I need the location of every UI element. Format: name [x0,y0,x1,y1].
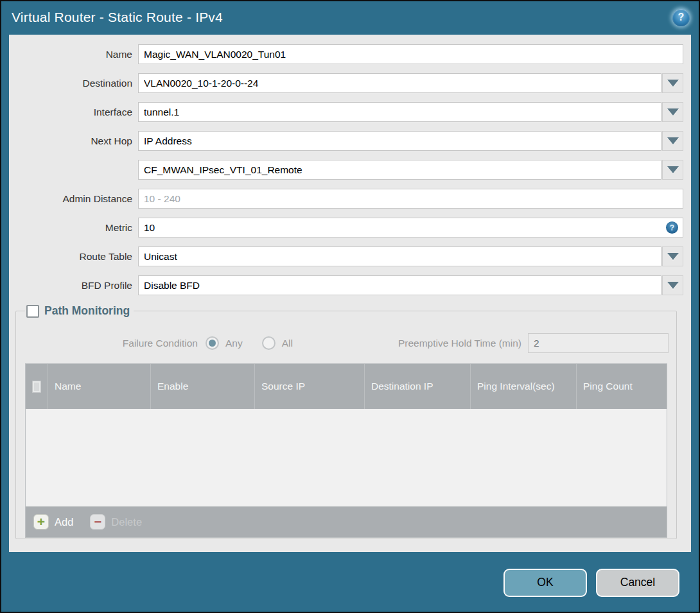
bfd-profile-label: BFD Profile [9,280,138,291]
destination-row: Destination [9,73,683,93]
dialog-footer: OK Cancel [1,553,699,612]
path-monitoring-title: Path Monitoring [44,304,130,318]
failure-condition-all-radio[interactable]: All [262,336,293,350]
titlebar: Virtual Router - Static Route - IPv4 ? [1,1,699,33]
ok-button[interactable]: OK [503,569,587,597]
preemptive-hold-time-input[interactable] [528,333,669,353]
chevron-down-icon [667,253,679,260]
select-all-checkbox[interactable] [32,381,41,393]
dialog-content: Name Destination Interface [9,35,691,552]
next-hop-label: Next Hop [9,135,138,147]
column-header-ping-interval[interactable]: Ping Interval(sec) [470,364,576,409]
bfd-profile-input[interactable] [138,275,661,295]
cancel-button[interactable]: Cancel [596,569,679,597]
chevron-down-icon [667,80,679,87]
route-table-dropdown-button[interactable] [662,246,683,266]
chevron-down-icon [667,166,679,173]
destination-dropdown-button[interactable] [662,73,683,93]
radio-icon [262,336,276,350]
delete-button[interactable]: − Delete [90,514,142,530]
next-hop-address-row [9,160,683,180]
metric-row: Metric ? [9,218,683,237]
minus-icon: − [90,514,105,530]
preemptive-hold-time-label: Preemptive Hold Time (min) [398,338,528,349]
table-body-empty [26,409,667,506]
destination-input[interactable] [138,73,661,93]
table-header: Name Enable Source IP Destination IP Pin… [26,364,667,409]
next-hop-type-input[interactable] [138,131,661,151]
add-button[interactable]: + Add [33,514,73,530]
chevron-down-icon [667,108,679,116]
path-monitoring-legend: Path Monitoring [25,304,134,318]
path-monitoring-section: Path Monitoring Failure Condition Any Al… [15,304,677,539]
interface-input[interactable] [138,102,661,122]
admin-distance-label: Admin Distance [9,193,138,205]
route-table-row: Route Table [9,246,683,266]
path-monitoring-table: Name Enable Source IP Destination IP Pin… [25,363,667,538]
admin-distance-input[interactable] [138,189,683,209]
radio-any-label: Any [225,338,243,349]
page-title: Virtual Router - Static Route - IPv4 [12,10,223,25]
help-icon[interactable]: ? [672,9,690,26]
chevron-down-icon [667,282,679,289]
radio-all-label: All [282,338,293,349]
next-hop-row: Next Hop [9,131,683,151]
failure-condition-label: Failure Condition [24,338,206,349]
failure-condition-any-radio[interactable]: Any [206,336,243,350]
route-table-input[interactable] [138,246,661,266]
next-hop-address-dropdown-button[interactable] [662,160,683,180]
radio-icon [206,336,219,350]
admin-distance-row: Admin Distance [9,189,683,209]
metric-input[interactable] [138,218,683,237]
path-monitoring-checkbox[interactable] [26,305,39,318]
bfd-profile-dropdown-button[interactable] [662,275,683,295]
column-header-ping-count[interactable]: Ping Count [576,364,667,409]
destination-label: Destination [9,78,138,89]
name-row: Name [9,44,683,64]
bfd-profile-row: BFD Profile [9,275,683,295]
metric-label: Metric [9,222,138,234]
column-header-source-ip[interactable]: Source IP [254,364,364,409]
column-header-name[interactable]: Name [48,364,150,409]
chevron-down-icon [667,137,679,144]
table-footer: + Add − Delete [26,506,667,537]
next-hop-address-input[interactable] [138,160,661,180]
failure-condition-row: Failure Condition Any All Preemptive Hol… [24,333,669,353]
interface-dropdown-button[interactable] [662,102,683,122]
route-table-label: Route Table [9,251,138,263]
metric-help-icon[interactable]: ? [666,221,678,234]
static-route-dialog: Virtual Router - Static Route - IPv4 ? N… [0,0,700,613]
column-header-enable[interactable]: Enable [150,364,254,409]
interface-row: Interface [9,102,683,122]
name-label: Name [9,49,138,60]
plus-icon: + [33,514,49,530]
column-header-destination-ip[interactable]: Destination IP [364,364,470,409]
name-input[interactable] [138,44,683,64]
next-hop-dropdown-button[interactable] [662,131,683,151]
interface-label: Interface [9,107,138,118]
